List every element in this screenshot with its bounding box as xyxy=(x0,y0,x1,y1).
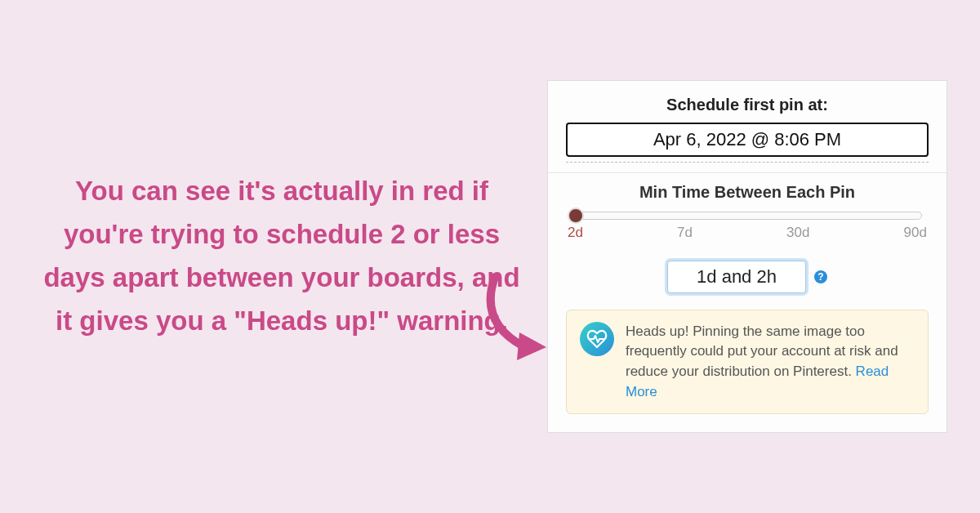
slider-ticks: 2d 7d 30d 90d xyxy=(566,225,929,241)
heads-up-alert: Heads up! Pinning the same image too fre… xyxy=(566,310,929,415)
section-divider xyxy=(548,172,947,173)
tick-2d: 2d xyxy=(568,225,583,241)
min-time-label: Min Time Between Each Pin xyxy=(566,183,929,202)
slider-thumb[interactable] xyxy=(568,207,584,224)
dashed-underline xyxy=(566,162,929,163)
help-icon[interactable]: ? xyxy=(814,270,827,283)
explanation-text: You can see it's actually in red if you'… xyxy=(33,170,547,342)
slider-track xyxy=(572,212,922,220)
tick-30d: 30d xyxy=(786,225,809,241)
tick-90d: 90d xyxy=(904,225,927,241)
tick-7d: 7d xyxy=(677,225,693,241)
interval-input[interactable] xyxy=(667,261,806,293)
schedule-date-input[interactable] xyxy=(566,123,929,157)
schedule-panel: Schedule first pin at: Min Time Between … xyxy=(547,80,947,434)
interval-slider[interactable] xyxy=(566,212,929,220)
interval-row: ? xyxy=(566,261,929,293)
alert-message: Heads up! Pinning the same image too fre… xyxy=(626,322,915,403)
schedule-first-pin-label: Schedule first pin at: xyxy=(566,96,929,114)
heart-pulse-icon xyxy=(580,322,614,356)
